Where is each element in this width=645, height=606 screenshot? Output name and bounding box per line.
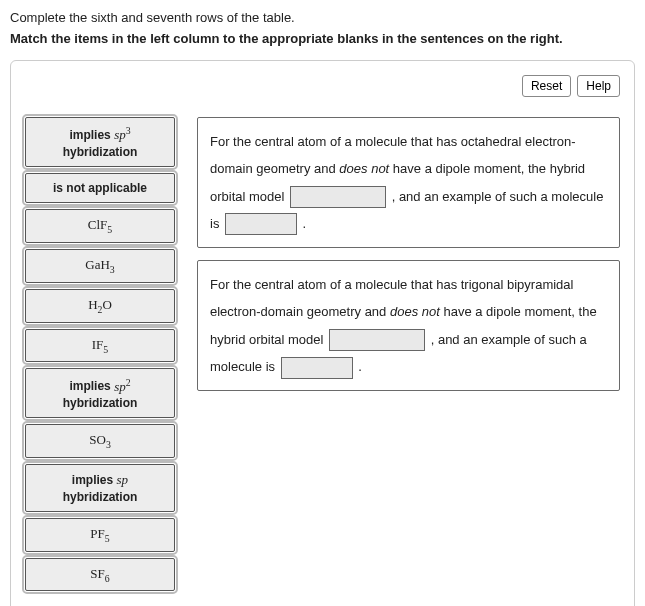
tile-clf5[interactable]: ClF5 xyxy=(25,209,175,243)
tile-pf5[interactable]: PF5 xyxy=(25,518,175,552)
tile-implies-sp[interactable]: implies sphybridization xyxy=(25,464,175,512)
sentence-2-em: does not xyxy=(390,304,440,319)
reset-button[interactable]: Reset xyxy=(522,75,571,97)
blank-1a[interactable] xyxy=(290,186,386,208)
help-button[interactable]: Help xyxy=(577,75,620,97)
sentence-1-em: does not xyxy=(339,161,389,176)
blank-2b[interactable] xyxy=(281,357,353,379)
exercise-panel: Reset Help implies sp3hybridization is n… xyxy=(10,60,635,606)
tile-sf6[interactable]: SF6 xyxy=(25,558,175,592)
tile-so3[interactable]: SO3 xyxy=(25,424,175,458)
sentence-1: For the central atom of a molecule that … xyxy=(197,117,620,248)
tile-if5[interactable]: IF5 xyxy=(25,329,175,363)
columns: implies sp3hybridization is not applicab… xyxy=(25,117,620,591)
sentence-targets: For the central atom of a molecule that … xyxy=(197,117,620,391)
draggable-tile-list: implies sp3hybridization is not applicab… xyxy=(25,117,175,591)
instruction-line-1: Complete the sixth and seventh rows of t… xyxy=(10,10,635,25)
tile-implies-sp3[interactable]: implies sp3hybridization xyxy=(25,117,175,167)
sentence-2-part4: . xyxy=(355,359,362,374)
sentence-2: For the central atom of a molecule that … xyxy=(197,260,620,391)
tile-gah3[interactable]: GaH3 xyxy=(25,249,175,283)
sentence-1-part4: . xyxy=(299,216,306,231)
tile-not-applicable[interactable]: is not applicable xyxy=(25,173,175,203)
blank-1b[interactable] xyxy=(225,213,297,235)
panel-buttons: Reset Help xyxy=(25,75,620,97)
tile-implies-sp2[interactable]: implies sp2hybridization xyxy=(25,368,175,418)
instruction-line-2: Match the items in the left column to th… xyxy=(10,31,635,46)
tile-h2o[interactable]: H2O xyxy=(25,289,175,323)
blank-2a[interactable] xyxy=(329,329,425,351)
